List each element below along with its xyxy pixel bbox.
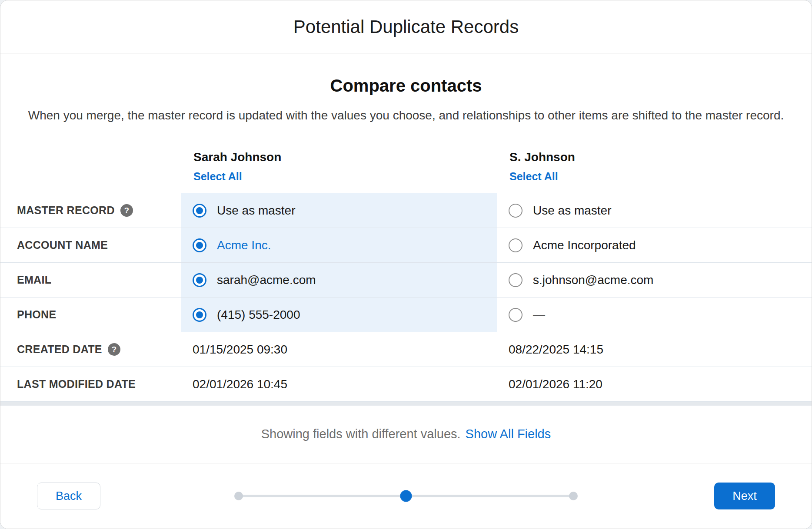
cell-value: Acme Incorporated <box>533 238 636 252</box>
row-label-cell: ACCOUNT NAME <box>0 228 181 262</box>
radio-button[interactable] <box>509 308 522 322</box>
table-row: EMAIL sarah@acme.com s.johnson@acme.com <box>0 262 812 297</box>
progress-indicator <box>239 490 573 502</box>
show-all-fields-link[interactable]: Show All Fields <box>466 427 551 441</box>
cell-value: (415) 555-2000 <box>217 308 300 322</box>
row-value-cell-left: sarah@acme.com <box>181 263 497 297</box>
progress-dot-3[interactable] <box>569 492 578 500</box>
cell-value: 02/01/2026 10:45 <box>193 377 287 391</box>
row-label: ACCOUNT NAME <box>17 239 108 251</box>
table-bottom-divider <box>0 402 812 406</box>
merge-description: When you merge, the master record is upd… <box>9 109 803 122</box>
row-label: PHONE <box>17 308 56 321</box>
row-value-cell-left: Acme Inc. <box>181 228 497 262</box>
row-label: EMAIL <box>17 274 51 286</box>
dialog-title: Potential Duplicate Records <box>293 17 519 37</box>
radio-button[interactable] <box>193 238 206 252</box>
contact-name-right: S. Johnson <box>509 150 812 164</box>
select-all-link-right[interactable]: Select All <box>509 170 558 183</box>
cell-value: — <box>533 308 545 322</box>
table-row: MASTER RECORD ? Use as master Use as mas… <box>0 193 812 228</box>
row-label: CREATED DATE <box>17 343 102 356</box>
next-button[interactable]: Next <box>714 483 775 509</box>
table-row: CREATED DATE ? 01/15/2025 09:30 08/22/20… <box>0 332 812 367</box>
row-value-cell-right: s.johnson@acme.com <box>497 263 812 297</box>
radio-button[interactable] <box>509 273 522 287</box>
row-label: MASTER RECORD <box>17 204 115 217</box>
progress-dot-1[interactable] <box>234 492 243 500</box>
row-label-cell: MASTER RECORD ? <box>0 193 181 228</box>
dialog-footer: Back Next <box>0 463 812 529</box>
cell-value: 08/22/2025 14:15 <box>509 343 603 357</box>
duplicate-records-dialog: Potential Duplicate Records Compare cont… <box>0 0 812 529</box>
row-value-cell-left: (415) 555-2000 <box>181 298 497 332</box>
contact-name-left: Sarah Johnson <box>193 150 497 164</box>
row-value-cell-right: 02/01/2026 11:20 <box>497 367 812 401</box>
page-title: Compare contacts <box>0 76 812 96</box>
back-button[interactable]: Back <box>37 483 100 509</box>
cell-value: Use as master <box>533 204 612 218</box>
radio-button[interactable] <box>193 204 206 218</box>
fields-filter-text: Showing fields with different values. <box>261 427 461 441</box>
label-column-spacer <box>0 150 181 183</box>
table-row: ACCOUNT NAME Acme Inc. Acme Incorporated <box>0 228 812 262</box>
cell-value: sarah@acme.com <box>217 273 316 287</box>
row-label-cell: CREATED DATE ? <box>0 332 181 367</box>
column-headers: Sarah Johnson Select All S. Johnson Sele… <box>0 150 812 183</box>
cell-value: s.johnson@acme.com <box>533 273 653 287</box>
cell-value: Acme Inc. <box>217 238 271 252</box>
row-value-cell-left: 02/01/2026 10:45 <box>181 367 497 401</box>
row-value-cell-right: — <box>497 298 812 332</box>
radio-button[interactable] <box>193 273 206 287</box>
row-label: LAST MODIFIED DATE <box>17 378 136 390</box>
cell-value: Use as master <box>217 204 296 218</box>
help-icon[interactable]: ? <box>108 343 120 356</box>
dialog-title-bar: Potential Duplicate Records <box>0 0 812 53</box>
row-value-cell-right: Acme Incorporated <box>497 228 812 262</box>
contact-column-header-right: S. Johnson Select All <box>497 150 812 183</box>
progress-dot-2[interactable] <box>400 490 412 502</box>
help-icon[interactable]: ? <box>120 204 133 217</box>
table-row: LAST MODIFIED DATE 02/01/2026 10:45 02/0… <box>0 367 812 401</box>
row-label-cell: EMAIL <box>0 263 181 297</box>
fields-filter-note: Showing fields with different values. Sh… <box>0 406 812 463</box>
row-value-cell-right: 08/22/2025 14:15 <box>497 332 812 367</box>
radio-button[interactable] <box>509 204 522 218</box>
radio-button[interactable] <box>193 308 206 322</box>
select-all-link-left[interactable]: Select All <box>193 170 242 183</box>
row-value-cell-left: Use as master <box>181 193 497 228</box>
cell-value: 02/01/2026 11:20 <box>509 377 602 391</box>
contact-column-header-left: Sarah Johnson Select All <box>181 150 497 183</box>
comparison-table: MASTER RECORD ? Use as master Use as mas… <box>0 193 812 402</box>
table-row: PHONE (415) 555-2000 — <box>0 297 812 332</box>
cell-value: 01/15/2025 09:30 <box>193 343 287 357</box>
row-label-cell: LAST MODIFIED DATE <box>0 367 181 401</box>
radio-button[interactable] <box>509 238 522 252</box>
row-label-cell: PHONE <box>0 298 181 332</box>
row-value-cell-right: Use as master <box>497 193 812 228</box>
row-value-cell-left: 01/15/2025 09:30 <box>181 332 497 367</box>
